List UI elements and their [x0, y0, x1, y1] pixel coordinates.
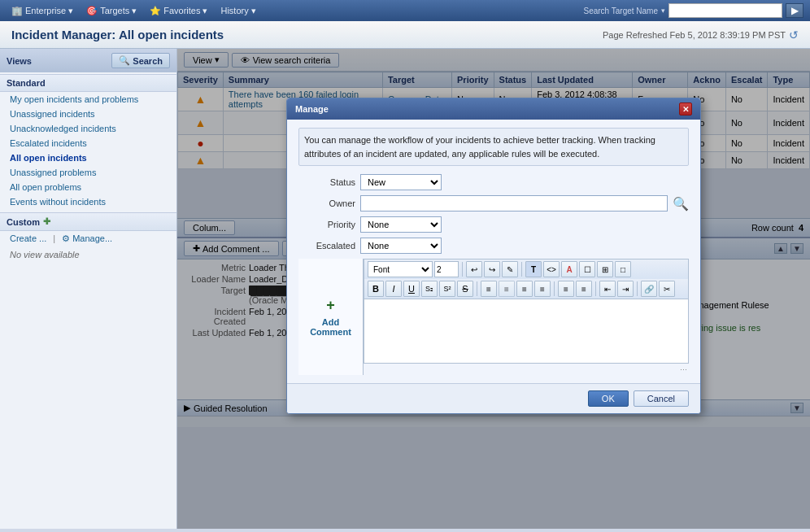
font-color-button[interactable]: A	[561, 261, 577, 277]
owner-input[interactable]	[360, 195, 668, 211]
plus-icon: ✚	[43, 216, 50, 227]
priority-row: Priority None Low Medium High Urgent	[298, 216, 689, 233]
resize-handle[interactable]: ⋯	[364, 365, 689, 375]
comment-textarea[interactable]	[364, 299, 689, 364]
nav-targets-label: Targets	[100, 6, 129, 15]
modal-title-bar: Manage ✕	[287, 98, 700, 120]
rte-toolbar-row1: Font ↩ ↪ ✎ T <> A ☐	[364, 259, 689, 279]
sidebar-item-unassigned-incidents[interactable]: Unassigned incidents	[0, 107, 176, 121]
subscript-button[interactable]: S₂	[421, 281, 438, 297]
search-target-label: Search Target Name	[583, 7, 658, 15]
source-button[interactable]: <>	[543, 261, 560, 277]
escalated-row: Escalated None Yes No	[298, 238, 689, 254]
top-navigation: 🏢 Enterprise ▾ 🎯 Targets ▾ ⭐ Favorites ▾…	[0, 0, 810, 21]
sidebar-views-label: Views	[7, 56, 32, 66]
nav-history-label: History	[220, 6, 248, 15]
modal-footer: OK Cancel	[287, 383, 700, 413]
ok-button[interactable]: OK	[588, 390, 629, 407]
add-comment-label[interactable]: + Add Comment	[298, 259, 364, 375]
sidebar-item-unassigned-problems[interactable]: Unassigned problems	[0, 165, 176, 180]
align-right-button[interactable]: ≡	[516, 281, 533, 297]
owner-label: Owner	[298, 198, 355, 208]
nav-history[interactable]: History ▾	[216, 4, 260, 18]
sidebar-item-events-without[interactable]: Events without incidents	[0, 194, 176, 209]
search-target-input[interactable]	[668, 3, 782, 18]
highlight-button[interactable]: ☐	[579, 261, 595, 277]
sidebar-item-all-open-incidents[interactable]: All open incidents	[0, 150, 176, 165]
nav-favorites-label: Favorites	[163, 6, 200, 15]
status-select[interactable]: New In Progress Resolved Closed	[360, 174, 442, 190]
escalated-label: Escalated	[298, 241, 355, 251]
modal-overlay: Manage ✕ You can manage the workflow of …	[177, 49, 810, 529]
sidebar-custom-section: Custom ✚	[0, 212, 176, 231]
sidebar-header: Views 🔍 Search	[0, 49, 176, 72]
cancel-button[interactable]: Cancel	[634, 390, 689, 407]
sidebar-item-all-open-problems[interactable]: All open problems	[0, 180, 176, 194]
enterprise-icon: 🏢	[11, 6, 23, 16]
table-button[interactable]: ⊞	[597, 261, 613, 277]
history-chevron-icon: ▾	[251, 6, 256, 16]
undo-button[interactable]: ↩	[466, 261, 482, 277]
search-go-button[interactable]: ▶	[786, 3, 803, 18]
underline-button[interactable]: U	[403, 281, 420, 297]
font-size-input[interactable]	[434, 261, 459, 277]
sidebar-item-my-open[interactable]: My open incidents and problems	[0, 92, 176, 107]
align-left-button[interactable]: ≡	[481, 281, 497, 297]
sidebar-search-button[interactable]: 🔍 Search	[111, 53, 170, 68]
justify-button[interactable]: ≡	[534, 281, 551, 297]
strikethrough-button[interactable]: S	[457, 281, 473, 297]
link-button[interactable]: 🔗	[641, 281, 657, 297]
modal-close-button[interactable]: ✕	[679, 102, 692, 116]
nav-favorites[interactable]: ⭐ Favorites ▾	[145, 4, 212, 18]
modal-description: You can manage the workflow of your inci…	[298, 128, 689, 166]
refresh-text: Page Refreshed Feb 5, 2012 8:39:19 PM PS…	[603, 30, 786, 40]
superscript-button[interactable]: S²	[439, 281, 455, 297]
add-icon: +	[326, 297, 335, 314]
plain-text-button[interactable]: T	[525, 261, 542, 277]
owner-row: Owner 🔍	[298, 195, 689, 211]
sidebar-item-escalated[interactable]: Escalated incidents	[0, 136, 176, 150]
sidebar: Views 🔍 Search Standard My open incident…	[0, 49, 177, 529]
unordered-list-button[interactable]: ≡	[576, 281, 592, 297]
italic-button[interactable]: I	[385, 281, 402, 297]
custom-separator: |	[53, 233, 55, 244]
unlink-button[interactable]: ✂	[659, 281, 675, 297]
targets-chevron-icon: ▾	[132, 6, 137, 16]
search-icon: 🔍	[119, 55, 130, 66]
enterprise-chevron-icon: ▾	[68, 6, 73, 16]
ordered-list-button[interactable]: ≡	[558, 281, 574, 297]
bold-button[interactable]: B	[368, 281, 384, 297]
font-select[interactable]: Font	[368, 261, 433, 277]
rich-text-editor: Font ↩ ↪ ✎ T <> A ☐	[364, 259, 689, 375]
outdent-button[interactable]: ⇥	[617, 281, 634, 297]
targets-icon: 🎯	[86, 6, 98, 16]
owner-search-icon[interactable]: 🔍	[673, 196, 689, 211]
nav-enterprise-label: Enterprise	[25, 6, 66, 15]
escalated-select[interactable]: None Yes No	[360, 238, 442, 254]
sidebar-item-unacknowledged[interactable]: Unacknowledged incidents	[0, 121, 176, 136]
status-row: Status New In Progress Resolved Closed	[298, 174, 689, 190]
top-search-area: Search Target Name ▾ ▶	[583, 3, 803, 18]
modal-body: You can manage the workflow of your inci…	[287, 120, 700, 383]
modal-title: Manage	[295, 104, 329, 114]
priority-select[interactable]: None Low Medium High Urgent	[360, 216, 442, 233]
redo-button[interactable]: ↪	[484, 261, 500, 277]
manage-view-link[interactable]: ⚙ Manage...	[62, 233, 112, 244]
align-center-button[interactable]: ≡	[499, 281, 515, 297]
create-view-link[interactable]: Create ...	[10, 233, 46, 244]
search-dropdown-icon: ▾	[661, 7, 665, 15]
refresh-icon[interactable]: ↺	[789, 28, 799, 41]
status-label: Status	[298, 177, 355, 187]
main-layout: Views 🔍 Search Standard My open incident…	[0, 49, 810, 529]
nav-targets[interactable]: 🎯 Targets ▾	[81, 4, 142, 18]
sidebar-standard-section: Standard	[0, 74, 176, 92]
indent-button[interactable]: ⇤	[599, 281, 616, 297]
anchor-button[interactable]: ✎	[502, 261, 518, 277]
content-area: View ▾ 👁 View search criteria Severity S…	[177, 49, 810, 529]
toolbar-separator-3	[477, 281, 477, 296]
nav-enterprise[interactable]: 🏢 Enterprise ▾	[7, 4, 78, 18]
page-title: Incident Manager: All open incidents	[11, 28, 224, 41]
toolbar-separator-5	[595, 281, 596, 296]
border-button[interactable]: □	[615, 261, 631, 277]
priority-label: Priority	[298, 220, 355, 229]
